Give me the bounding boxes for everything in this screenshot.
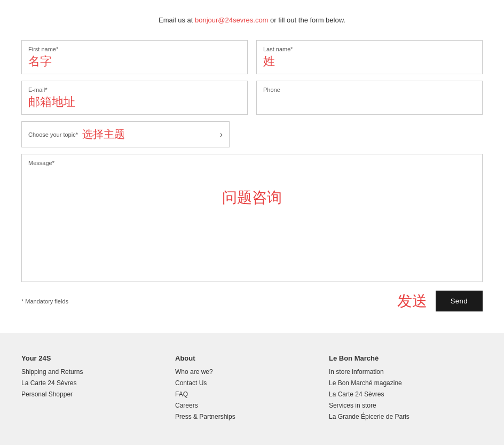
first-name-label: First name*: [28, 46, 241, 52]
footer-link-faq[interactable]: FAQ: [175, 391, 188, 398]
email-suffix-text: or fill out the form below.: [268, 16, 345, 24]
footer-columns: Your 24S Shipping and Returns La Carte 2…: [21, 354, 483, 424]
list-item: La Carte 24 Sèvres: [21, 379, 175, 387]
footer-link-instore[interactable]: In store information: [329, 368, 384, 376]
topic-chinese-hint: 选择主题: [82, 127, 220, 142]
site-footer: Your 24S Shipping and Returns La Carte 2…: [0, 333, 504, 445]
list-item: Careers: [175, 401, 329, 409]
email-field[interactable]: E-mail* 邮箱地址: [21, 81, 248, 115]
first-name-chinese-hint: 名字: [28, 54, 52, 68]
name-row: First name* 名字 Last name* 姓: [21, 40, 483, 74]
mandatory-fields-note: * Mandatory fields: [21, 298, 68, 305]
topic-row: Choose your topic* 选择主题 ›: [21, 121, 483, 147]
send-area: 发送 Send: [397, 291, 483, 311]
list-item: Press & Partnerships: [175, 412, 329, 420]
footer-col-2: About Who are we? Contact Us FAQ Careers…: [175, 354, 329, 424]
footer-link-epicerie[interactable]: La Grande Épicerie de Paris: [329, 413, 410, 420]
email-link[interactable]: bonjour@24sevres.com: [195, 16, 268, 24]
list-item: Contact Us: [175, 379, 329, 387]
list-item: Services in store: [329, 401, 483, 409]
footer-link-whoarewe[interactable]: Who are we?: [175, 368, 213, 376]
footer-link-magazine[interactable]: Le Bon Marché magazine: [329, 379, 402, 387]
message-field[interactable]: Message* 问题咨询: [21, 154, 483, 282]
footer-col2-title: About: [175, 354, 329, 362]
footer-link-contactus[interactable]: Contact Us: [175, 379, 207, 387]
footer-link-press[interactable]: Press & Partnerships: [175, 413, 235, 420]
footer-col1-list: Shipping and Returns La Carte 24 Sèvres …: [21, 368, 175, 398]
email-chinese-hint: 邮箱地址: [28, 95, 75, 108]
footer-col-1: Your 24S Shipping and Returns La Carte 2…: [21, 354, 175, 424]
email-label: E-mail*: [28, 87, 241, 93]
footer-col2-list: Who are we? Contact Us FAQ Careers Press…: [175, 368, 329, 420]
phone-field[interactable]: Phone: [256, 81, 483, 115]
topic-selector[interactable]: Choose your topic* 选择主题 ›: [21, 121, 230, 147]
footer-link-carte[interactable]: La Carte 24 Sèvres: [21, 379, 76, 387]
email-header: Email us at bonjour@24sevres.com or fill…: [21, 16, 483, 24]
chevron-right-icon: ›: [220, 130, 223, 139]
email-intro-text: Email us at: [159, 16, 195, 24]
list-item: La Grande Épicerie de Paris: [329, 412, 483, 420]
last-name-field[interactable]: Last name* 姓: [256, 40, 483, 74]
footer-link-shopper[interactable]: Personal Shopper: [21, 391, 73, 398]
list-item: Shipping and Returns: [21, 368, 175, 376]
message-label: Message*: [28, 160, 476, 166]
last-name-chinese-hint: 姓: [263, 54, 275, 68]
list-item: FAQ: [175, 390, 329, 398]
message-chinese-hint: 问题咨询: [28, 188, 476, 208]
footer-col-3: Le Bon Marché In store information Le Bo…: [329, 354, 483, 424]
footer-col3-list: In store information Le Bon Marché magaz…: [329, 368, 483, 420]
footer-link-carte24[interactable]: La Carte 24 Sèvres: [329, 391, 384, 398]
form-footer: * Mandatory fields 发送 Send: [21, 291, 483, 311]
send-button[interactable]: Send: [436, 291, 483, 311]
last-name-label: Last name*: [263, 46, 476, 52]
list-item: La Carte 24 Sèvres: [329, 390, 483, 398]
first-name-field[interactable]: First name* 名字: [21, 40, 248, 74]
email-phone-row: E-mail* 邮箱地址 Phone: [21, 81, 483, 115]
footer-col1-title: Your 24S: [21, 354, 175, 362]
list-item: Personal Shopper: [21, 390, 175, 398]
list-item: In store information: [329, 368, 483, 376]
footer-link-services[interactable]: Services in store: [329, 402, 376, 409]
footer-col3-title: Le Bon Marché: [329, 354, 483, 362]
topic-label: Choose your topic*: [28, 131, 78, 138]
footer-link-careers[interactable]: Careers: [175, 402, 198, 409]
list-item: Le Bon Marché magazine: [329, 379, 483, 387]
list-item: Who are we?: [175, 368, 329, 376]
phone-label: Phone: [263, 87, 476, 93]
footer-link-shipping[interactable]: Shipping and Returns: [21, 368, 83, 376]
send-chinese-hint: 发送: [397, 291, 427, 311]
